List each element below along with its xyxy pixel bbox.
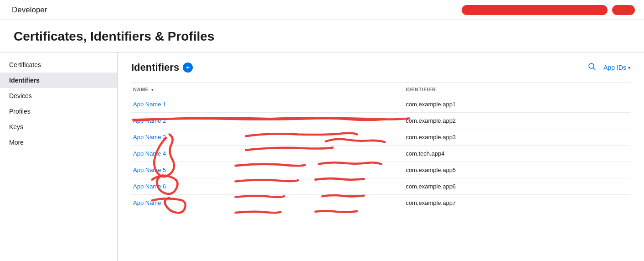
chevron-down-icon: ▾	[628, 65, 630, 70]
sidebar-item-profiles[interactable]: Profiles	[0, 104, 117, 119]
identifier-name: App Name 5	[131, 162, 406, 178]
table-header-row: NAME ▾ IDENTIFIER	[131, 83, 630, 96]
identifiers-title-row: Identifiers +	[131, 62, 193, 73]
table-row[interactable]: App Name 3 com.example.app3	[131, 129, 630, 146]
main-layout: Certificates Identifiers Devices Profile…	[0, 52, 644, 261]
identifiers-title: Identifiers	[131, 62, 179, 73]
svg-line-1	[593, 68, 596, 70]
identifier-value: com.example.app5	[406, 162, 630, 178]
identifier-name: App Name 1	[131, 96, 406, 113]
nav-action-button[interactable]	[612, 5, 635, 15]
identifier-name: App Name 4	[131, 146, 406, 162]
identifier-name: App Name 3	[131, 129, 406, 146]
identifier-value: com.example.app3	[406, 129, 630, 146]
add-identifier-button[interactable]: +	[183, 63, 193, 73]
header-right-controls: App IDs ▾	[588, 63, 630, 73]
table-row[interactable]: App Name 5 com.example.app5	[131, 162, 630, 178]
app-ids-dropdown[interactable]: App IDs ▾	[603, 64, 630, 71]
table-body: App Name 1 com.example.app1 App Name 2 c…	[131, 96, 630, 211]
search-icon[interactable]	[588, 63, 596, 73]
identifiers-table: NAME ▾ IDENTIFIER App Name 1 com.example…	[131, 83, 630, 211]
table-row[interactable]: App Name 7 com.example.app7	[131, 195, 630, 211]
identifiers-header: Identifiers + App IDs ▾	[131, 62, 630, 73]
developer-label: Developer	[12, 5, 47, 15]
nav-account-bar[interactable]	[462, 5, 608, 15]
identifier-value: com.tech.app4	[406, 146, 630, 162]
sidebar-item-devices[interactable]: Devices	[0, 88, 117, 104]
sidebar-item-keys[interactable]: Keys	[0, 119, 117, 135]
sort-arrow-icon: ▾	[151, 88, 154, 92]
table-row[interactable]: App Name 1 com.example.app1	[131, 96, 630, 113]
identifier-value: com.example.app7	[406, 195, 630, 211]
table-row[interactable]: App Name 2 com.example.app2	[131, 113, 630, 129]
identifiers-table-container[interactable]: NAME ▾ IDENTIFIER App Name 1 com.example…	[131, 83, 630, 211]
app-ids-label: App IDs	[603, 64, 626, 71]
sidebar: Certificates Identifiers Devices Profile…	[0, 52, 118, 261]
column-header-identifier: IDENTIFIER	[406, 83, 630, 96]
table-wrapper: NAME ▾ IDENTIFIER App Name 1 com.example…	[131, 83, 630, 211]
page-title: Certificates, Identifiers & Profiles	[14, 29, 630, 44]
content-area: Identifiers + App IDs ▾	[118, 52, 644, 261]
identifier-name: App Name 2	[131, 113, 406, 129]
sidebar-item-identifiers[interactable]: Identifiers	[0, 73, 117, 88]
identifier-name: App Name 7	[131, 195, 406, 211]
sidebar-item-more[interactable]: More	[0, 135, 117, 150]
identifier-value: com.example.app6	[406, 178, 630, 195]
identifier-name: App Name 6	[131, 178, 406, 195]
sidebar-item-certificates[interactable]: Certificates	[0, 57, 117, 73]
table-row[interactable]: App Name 6 com.example.app6	[131, 178, 630, 195]
table-row[interactable]: App Name 4 com.tech.app4	[131, 146, 630, 162]
page-header: Certificates, Identifiers & Profiles	[0, 20, 644, 52]
identifier-value: com.example.app2	[406, 113, 630, 129]
nav-right-area	[462, 5, 635, 15]
identifier-value: com.example.app1	[406, 96, 630, 113]
column-header-name: NAME ▾	[131, 83, 406, 96]
top-navigation: Developer	[0, 0, 644, 20]
